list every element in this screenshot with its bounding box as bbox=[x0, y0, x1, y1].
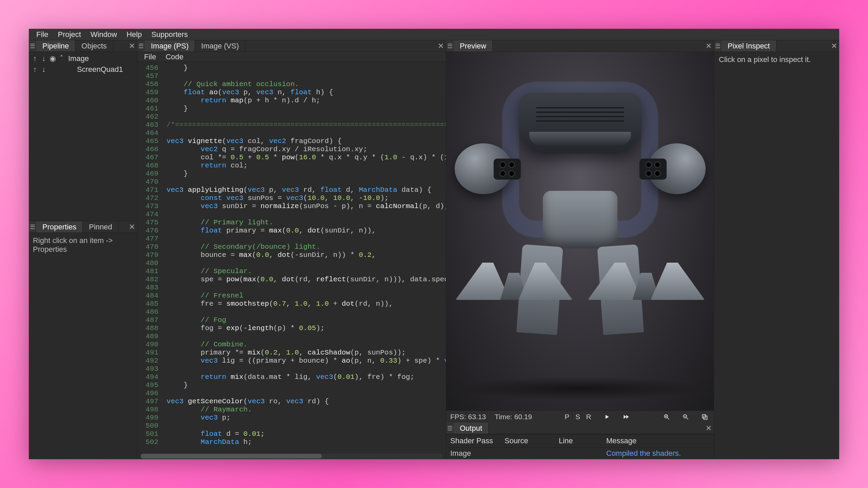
close-icon[interactable]: ✕ bbox=[436, 40, 446, 52]
inspect-column: ☰ Pixel Inspect ✕ Click on a pixel to in… bbox=[714, 40, 839, 459]
col-line[interactable]: Line bbox=[559, 436, 606, 445]
left-column: ☰ Pipeline Objects ✕ ↑ ↓ ◉ ˄ Image ↑ ↓ ◉… bbox=[29, 40, 137, 459]
tab-preview[interactable]: Preview bbox=[454, 40, 493, 52]
time-value: 60.19 bbox=[514, 413, 532, 421]
arrow-up-icon[interactable]: ↑ bbox=[32, 54, 38, 63]
tree-row-image[interactable]: ↑ ↓ ◉ ˄ Image bbox=[29, 53, 137, 64]
menu-project[interactable]: Project bbox=[53, 29, 85, 40]
properties-panel: Right click on an item -> Properties bbox=[29, 233, 137, 459]
close-icon[interactable]: ✕ bbox=[829, 40, 839, 52]
eye-icon[interactable]: ◉ bbox=[49, 54, 56, 63]
close-icon[interactable]: ✕ bbox=[127, 40, 137, 52]
cell-source bbox=[505, 449, 559, 458]
collapse-icon[interactable]: ˄ bbox=[58, 54, 65, 63]
tree-label-screenquad: ScreenQuad1 bbox=[67, 65, 123, 74]
scrollbar-thumb[interactable] bbox=[141, 454, 322, 459]
right-column: ☰ Preview ✕ bbox=[446, 40, 714, 459]
menu-bar: File Project Window Help Supporters bbox=[29, 29, 839, 40]
pipeline-tabs: ☰ Pipeline Objects ✕ bbox=[29, 40, 137, 52]
cell-message: Compiled the shaders. bbox=[606, 449, 710, 458]
menu-file[interactable]: File bbox=[32, 29, 53, 40]
code-editor[interactable]: 456 457 458 459 460 461 462 463 464 465 … bbox=[137, 62, 446, 459]
svg-line-1 bbox=[668, 418, 669, 419]
tab-pixel-inspect[interactable]: Pixel Inspect bbox=[722, 40, 776, 52]
dock-handle-icon[interactable]: ☰ bbox=[137, 40, 145, 52]
line-number-gutter: 456 457 458 459 460 461 462 463 464 465 … bbox=[137, 62, 162, 459]
close-icon[interactable]: ✕ bbox=[704, 423, 714, 434]
preview-viewport[interactable] bbox=[446, 52, 714, 410]
toggle-r[interactable]: R bbox=[584, 413, 593, 421]
output-tabs: ☰ Output ✕ bbox=[446, 423, 714, 434]
main-split: ☰ Pipeline Objects ✕ ↑ ↓ ◉ ˄ Image ↑ ↓ ◉… bbox=[29, 40, 839, 459]
cell-pass: Image bbox=[450, 449, 505, 458]
dock-handle-icon[interactable]: ☰ bbox=[714, 40, 722, 52]
toggle-p[interactable]: P bbox=[563, 413, 571, 421]
time-label: Time: bbox=[495, 413, 512, 421]
tab-objects[interactable]: Objects bbox=[75, 40, 113, 52]
col-shader-pass[interactable]: Shader Pass bbox=[450, 436, 505, 445]
inspect-tabs: ☰ Pixel Inspect ✕ bbox=[714, 40, 839, 52]
preview-panel: FPS: 63.13 Time: 60.19 P S R bbox=[446, 52, 714, 423]
tree-label-image: Image bbox=[67, 54, 89, 63]
dock-handle-icon[interactable]: ☰ bbox=[446, 40, 454, 52]
code-content[interactable]: } // Quick ambient occlusion. float ao(v… bbox=[162, 62, 446, 459]
tab-output[interactable]: Output bbox=[454, 423, 489, 434]
preview-status-bar: FPS: 63.13 Time: 60.19 P S R bbox=[446, 410, 714, 423]
time-readout: Time: 60.19 bbox=[495, 413, 532, 421]
close-icon[interactable]: ✕ bbox=[127, 221, 137, 232]
properties-tabs: ☰ Properties Pinned ✕ bbox=[29, 221, 137, 233]
svg-line-5 bbox=[687, 418, 688, 419]
robot-render bbox=[455, 93, 706, 300]
popout-icon[interactable] bbox=[699, 412, 710, 422]
arrow-down-icon[interactable]: ↓ bbox=[40, 54, 47, 63]
psr-toggles: P S R bbox=[563, 413, 593, 421]
pixel-inspect-panel: Click on a pixel to inspect it. bbox=[714, 52, 839, 459]
pipeline-tree: ↑ ↓ ◉ ˄ Image ↑ ↓ ◉ ˄ ScreenQuad1 bbox=[29, 52, 137, 221]
menu-window[interactable]: Window bbox=[86, 29, 122, 40]
close-icon[interactable]: ✕ bbox=[704, 40, 714, 52]
fps-label: FPS: bbox=[450, 413, 466, 421]
menu-supporters[interactable]: Supporters bbox=[146, 29, 193, 40]
arrow-down-icon[interactable]: ↓ bbox=[40, 65, 47, 74]
editor-menu-file[interactable]: File bbox=[139, 52, 161, 62]
output-columns: Shader Pass Source Line Message bbox=[446, 434, 714, 448]
menu-help[interactable]: Help bbox=[122, 29, 146, 40]
dock-handle-icon[interactable]: ☰ bbox=[446, 423, 454, 434]
output-panel: Shader Pass Source Line Message ImageCom… bbox=[446, 434, 714, 459]
horizontal-scrollbar[interactable] bbox=[141, 454, 442, 459]
output-row[interactable]: ImageCompiled the shaders. bbox=[446, 448, 714, 459]
zoom-in-icon[interactable] bbox=[662, 412, 672, 422]
fps-readout: FPS: 63.13 bbox=[450, 413, 486, 421]
fps-value: 63.13 bbox=[468, 413, 486, 421]
editor-submenu: File Code bbox=[137, 52, 446, 62]
tab-properties[interactable]: Properties bbox=[36, 221, 83, 232]
tab-pinned[interactable]: Pinned bbox=[83, 221, 119, 232]
app-window: File Project Window Help Supporters ☰ Pi… bbox=[29, 29, 839, 459]
editor-tabs: ☰ Image (PS) Image (VS) ✕ bbox=[137, 40, 446, 52]
tab-image-vs[interactable]: Image (VS) bbox=[195, 40, 245, 52]
zoom-out-icon[interactable] bbox=[680, 412, 691, 422]
editor-menu-code[interactable]: Code bbox=[161, 52, 188, 62]
dock-handle-icon[interactable]: ☰ bbox=[29, 221, 36, 232]
properties-hint: Right click on an item -> Properties bbox=[33, 236, 133, 254]
col-message[interactable]: Message bbox=[606, 436, 710, 445]
tab-image-ps[interactable]: Image (PS) bbox=[145, 40, 195, 52]
floor-shadow bbox=[455, 377, 706, 400]
col-source[interactable]: Source bbox=[505, 436, 559, 445]
preview-tabs: ☰ Preview ✕ bbox=[446, 40, 714, 52]
play-icon[interactable] bbox=[602, 412, 612, 422]
editor-column: ☰ Image (PS) Image (VS) ✕ File Code 456 … bbox=[137, 40, 446, 459]
toggle-s[interactable]: S bbox=[573, 413, 582, 421]
dock-handle-icon[interactable]: ☰ bbox=[29, 40, 36, 52]
cell-line bbox=[559, 449, 606, 458]
arrow-up-icon[interactable]: ↑ bbox=[32, 65, 38, 74]
inspect-hint: Click on a pixel to inspect it. bbox=[719, 55, 834, 64]
fast-forward-icon[interactable] bbox=[621, 412, 631, 422]
tree-row-screenquad[interactable]: ↑ ↓ ◉ ˄ ScreenQuad1 bbox=[29, 64, 137, 75]
tab-pipeline[interactable]: Pipeline bbox=[36, 40, 75, 52]
